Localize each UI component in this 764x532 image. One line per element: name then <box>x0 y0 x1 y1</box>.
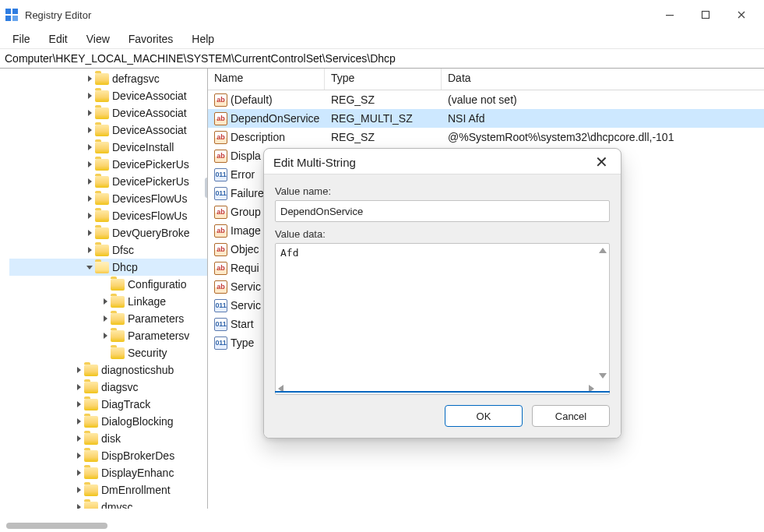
value-name-input <box>275 200 610 222</box>
edit-multistring-dialog: Edit Multi-String ✕ Value name: Value da… <box>263 148 621 439</box>
modal-overlay: Edit Multi-String ✕ Value name: Value da… <box>0 0 764 532</box>
ok-button[interactable]: OK <box>445 405 523 427</box>
textarea-scroll-down-icon[interactable] <box>599 373 607 379</box>
dialog-close-button[interactable]: ✕ <box>592 155 611 169</box>
cancel-button[interactable]: Cancel <box>532 405 610 427</box>
textarea-accent-underline <box>275 391 610 397</box>
textarea-scroll-up-icon[interactable] <box>599 248 607 253</box>
value-name-label: Value name: <box>275 185 610 197</box>
dialog-title: Edit Multi-String <box>273 156 356 169</box>
value-data-label: Value data: <box>275 228 610 240</box>
value-data-textarea[interactable] <box>275 243 610 395</box>
